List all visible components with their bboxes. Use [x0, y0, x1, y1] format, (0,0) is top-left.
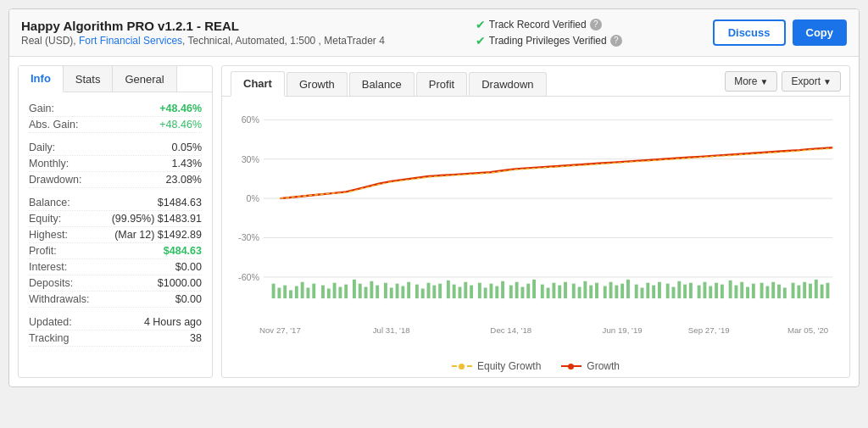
stat-label: Gain:: [29, 103, 54, 114]
svg-rect-23: [312, 284, 315, 298]
svg-rect-58: [532, 280, 536, 298]
stat-row: Profit: $484.63: [29, 243, 202, 259]
discuss-button[interactable]: Discuss: [713, 19, 786, 46]
svg-rect-83: [689, 283, 693, 298]
svg-rect-100: [797, 286, 800, 298]
chart-area: 60% 30% 0% -30% -60% Nov 27, '17 Jul 31,…: [222, 97, 849, 355]
stat-value: (Mar 12) $1492.89: [114, 229, 202, 241]
tab-info[interactable]: Info: [19, 66, 64, 92]
svg-rect-31: [364, 287, 368, 299]
svg-rect-72: [620, 284, 624, 298]
stat-spacer: [29, 188, 202, 195]
header-verified: ✔ Track Record Verified ? ✔ Trading Priv…: [476, 18, 622, 47]
verified-track: ✔ Track Record Verified ?: [476, 18, 622, 31]
stat-label: Abs. Gain:: [29, 119, 78, 131]
svg-rect-16: [272, 284, 275, 298]
stat-value: $1484.63: [158, 197, 202, 208]
svg-rect-74: [635, 285, 638, 298]
svg-rect-35: [390, 288, 393, 299]
svg-rect-96: [771, 282, 775, 298]
svg-rect-17: [277, 288, 281, 299]
header: Happy Algorithm PRO v1.2.1 - REAL Real (…: [9, 9, 859, 57]
chart-tab-profit[interactable]: Profit: [416, 72, 467, 96]
chart-tab-drawdown[interactable]: Drawdown: [469, 72, 546, 96]
svg-rect-77: [652, 286, 655, 298]
chart-tab-chart[interactable]: Chart: [231, 71, 285, 97]
svg-rect-18: [283, 286, 287, 298]
svg-rect-56: [520, 287, 524, 299]
header-actions: Discuss Copy: [713, 19, 847, 46]
broker-link[interactable]: Fort Financial Services: [79, 35, 182, 47]
chart-legend: Equity Growth Growth: [222, 355, 849, 377]
export-button[interactable]: Export ▼: [782, 71, 841, 92]
svg-rect-59: [541, 285, 544, 298]
legend-equity-label: Equity Growth: [477, 360, 541, 372]
svg-text:60%: 60%: [242, 114, 260, 125]
info-icon-2[interactable]: ?: [610, 35, 622, 47]
svg-rect-45: [453, 285, 456, 298]
svg-rect-98: [783, 288, 787, 299]
svg-text:Jul 31, '18: Jul 31, '18: [373, 325, 410, 335]
svg-rect-71: [615, 286, 618, 298]
stat-value: 1.43%: [172, 158, 202, 170]
stat-row: Highest: (Mar 12) $1492.89: [29, 227, 202, 243]
svg-text:Jun 19, '19: Jun 19, '19: [603, 325, 643, 335]
svg-rect-55: [515, 282, 519, 298]
tab-general[interactable]: General: [113, 66, 176, 92]
page-title: Happy Algorithm PRO v1.2.1 - REAL: [21, 19, 385, 33]
svg-rect-64: [572, 284, 576, 298]
stat-label: Monthly:: [29, 158, 69, 170]
main-container: Happy Algorithm PRO v1.2.1 - REAL Real (…: [8, 8, 860, 387]
svg-rect-19: [289, 290, 292, 298]
svg-rect-93: [752, 284, 755, 298]
stat-label: Drawdown:: [29, 174, 82, 186]
svg-rect-39: [415, 285, 419, 298]
stat-row: Deposits: $1000.00: [29, 275, 202, 292]
chart-tabs-nav: Chart Growth Balance Profit Drawdown Mor…: [222, 66, 849, 97]
svg-rect-91: [740, 282, 743, 298]
stat-value: (99.95%) $1483.91: [112, 213, 202, 225]
svg-rect-34: [384, 283, 387, 298]
svg-rect-65: [578, 287, 581, 299]
stat-label: Balance:: [29, 197, 70, 208]
svg-rect-57: [526, 284, 530, 298]
info-icon-1[interactable]: ?: [590, 19, 602, 31]
legend-line-equity: [452, 365, 472, 367]
chart-tab-growth[interactable]: Growth: [287, 72, 348, 96]
copy-button[interactable]: Copy: [793, 19, 848, 46]
svg-rect-103: [815, 280, 818, 298]
stat-value: $484.63: [164, 245, 202, 257]
stat-value: 0.05%: [172, 142, 202, 153]
header-left: Happy Algorithm PRO v1.2.1 - REAL Real (…: [21, 19, 385, 47]
svg-text:-60%: -60%: [238, 272, 259, 282]
svg-rect-105: [826, 283, 829, 298]
svg-rect-89: [729, 281, 732, 298]
svg-rect-40: [421, 288, 425, 298]
svg-rect-69: [604, 286, 607, 299]
chart-tab-balance[interactable]: Balance: [349, 72, 415, 96]
stat-label: Profit:: [29, 245, 57, 257]
left-panel: Info Stats General Gain: +48.46% Abs. Ga…: [18, 65, 213, 378]
svg-text:-30%: -30%: [238, 232, 259, 242]
svg-rect-63: [564, 282, 567, 298]
svg-rect-101: [803, 282, 806, 298]
tab-stats[interactable]: Stats: [64, 66, 114, 92]
svg-text:0%: 0%: [247, 193, 260, 203]
svg-rect-81: [677, 281, 681, 298]
legend-equity: Equity Growth: [452, 360, 541, 372]
svg-rect-84: [698, 286, 701, 298]
svg-rect-47: [464, 282, 467, 298]
svg-rect-90: [734, 286, 737, 298]
check-icon-2: ✔: [476, 34, 486, 47]
svg-rect-20: [295, 286, 298, 299]
svg-rect-29: [353, 280, 356, 298]
svg-rect-61: [552, 283, 555, 298]
svg-rect-37: [401, 286, 404, 299]
svg-rect-92: [746, 287, 749, 299]
svg-rect-70: [609, 282, 613, 298]
stat-row: Interest: $0.00: [29, 259, 202, 275]
stat-row: Balance: $1484.63: [29, 195, 202, 211]
more-button[interactable]: More ▼: [725, 71, 777, 92]
svg-rect-44: [447, 281, 450, 298]
stat-value: +48.46%: [159, 119, 202, 131]
